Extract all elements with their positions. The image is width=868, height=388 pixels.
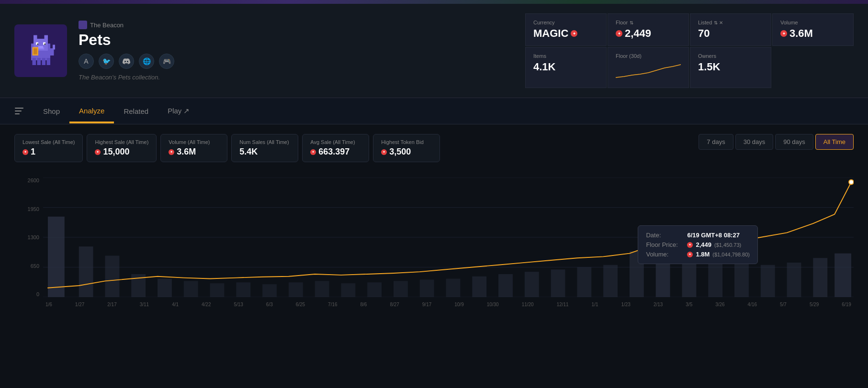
currency-label: Currency bbox=[533, 20, 598, 25]
analytics-stat-token-bid: Highest Token Bid ✦ 3,500 bbox=[373, 134, 440, 162]
owners-label: Owners bbox=[698, 53, 763, 59]
tab-shop[interactable]: Shop bbox=[34, 100, 69, 123]
beacon-icon bbox=[79, 21, 87, 29]
volume-label: Volume bbox=[780, 20, 845, 25]
items-label: Items bbox=[533, 53, 598, 59]
tooltip-volume-usd: ($1,044,798.80) bbox=[712, 252, 750, 257]
svg-rect-14 bbox=[47, 58, 51, 65]
svg-rect-29 bbox=[105, 255, 119, 297]
social-btn-discord[interactable] bbox=[119, 54, 134, 69]
tooltip-date-label: Date: bbox=[646, 232, 684, 239]
svg-rect-4 bbox=[45, 35, 48, 42]
time-btn-7days[interactable]: 7 days bbox=[699, 134, 733, 150]
collection-source: The Beacon bbox=[79, 21, 514, 29]
stat-card-items: Items 4.1K bbox=[525, 47, 607, 88]
social-btn-twitter[interactable]: 🐦 bbox=[99, 54, 114, 69]
tooltip-floor-row: Floor Price: ✦ 2,449 ($1,450.73) bbox=[646, 241, 750, 248]
svg-rect-39 bbox=[367, 282, 382, 297]
pet-avatar-image bbox=[22, 32, 60, 70]
time-btn-30days[interactable]: 30 days bbox=[735, 134, 774, 150]
svg-rect-38 bbox=[341, 283, 355, 297]
time-btn-90days[interactable]: 90 days bbox=[775, 134, 813, 150]
magic-dot-tooltip-vol: ✦ bbox=[687, 252, 693, 257]
svg-rect-34 bbox=[236, 282, 250, 297]
svg-rect-54 bbox=[761, 265, 775, 297]
social-btn-game[interactable]: 🎮 bbox=[159, 54, 174, 69]
magic-dot-floor: ✦ bbox=[616, 30, 622, 37]
volume-all-label: Volume (All Time) bbox=[169, 139, 219, 145]
magic-dot-avg: ✦ bbox=[310, 149, 316, 155]
filter-button[interactable] bbox=[10, 101, 29, 121]
analytics-stat-volume: Volume (All Time) ✦ 3.6M bbox=[160, 134, 227, 162]
listed-label: Listed ⇅ ✕ bbox=[698, 20, 763, 25]
highest-sale-value: ✦ 15,000 bbox=[95, 147, 148, 157]
svg-rect-36 bbox=[289, 282, 303, 297]
items-value: 4.1K bbox=[533, 61, 598, 73]
tooltip-date-row: Date: 6/19 GMT+8 08:27 bbox=[646, 232, 750, 239]
analytics-stat-lowest: Lowest Sale (All Time) ✦ 1 bbox=[14, 134, 83, 162]
chart-x-axis: 1/6 1/27 2/17 3/11 4/1 4/22 5/13 6/3 6/2… bbox=[43, 297, 854, 311]
svg-rect-53 bbox=[734, 263, 749, 297]
avg-sale-value: ✦ 663.397 bbox=[310, 147, 361, 157]
chart-y-axis: 2600 1950 1300 650 0 bbox=[14, 177, 43, 297]
lowest-sale-label: Lowest Sale (All Time) bbox=[23, 139, 75, 145]
source-label: The Beacon bbox=[90, 22, 124, 29]
svg-point-58 bbox=[849, 180, 854, 185]
svg-rect-3 bbox=[34, 35, 37, 42]
token-bid-value: ✦ 3,500 bbox=[381, 147, 432, 157]
chart-tooltip: Date: 6/19 GMT+8 08:27 Floor Price: ✦ 2,… bbox=[638, 225, 758, 264]
num-sales-label: Num Sales (All Time) bbox=[239, 139, 290, 145]
svg-rect-13 bbox=[42, 58, 46, 65]
svg-rect-18 bbox=[34, 48, 37, 55]
volume-value: ✦ 3.6M bbox=[780, 27, 845, 40]
tab-related[interactable]: Related bbox=[114, 100, 158, 123]
svg-rect-45 bbox=[525, 272, 539, 297]
floor-sparkline bbox=[616, 61, 681, 80]
magic-dot-bid: ✦ bbox=[381, 149, 387, 155]
tooltip-floor-value: 2,449 bbox=[696, 241, 711, 248]
tab-analyze[interactable]: Analyze bbox=[69, 99, 114, 123]
avg-sale-label: Avg Sale (All Time) bbox=[310, 139, 361, 145]
stat-card-empty bbox=[772, 47, 854, 88]
tab-play[interactable]: Play ↗ bbox=[158, 99, 199, 123]
social-btn-arweave[interactable]: A bbox=[79, 54, 94, 69]
svg-rect-43 bbox=[472, 277, 486, 297]
svg-rect-42 bbox=[446, 279, 461, 297]
stat-card-floor: Floor ⇅ ✦ 2,449 bbox=[608, 13, 689, 46]
svg-rect-44 bbox=[498, 274, 513, 297]
lowest-sale-value: ✦ 1 bbox=[23, 147, 75, 157]
stat-card-floor30d: Floor (30d) bbox=[608, 47, 689, 88]
svg-rect-8 bbox=[45, 44, 46, 45]
svg-rect-56 bbox=[813, 258, 827, 297]
floor-sort-icon: ⇅ bbox=[630, 20, 633, 25]
svg-rect-11 bbox=[33, 58, 36, 65]
nav-bar: Shop Analyze Related Play ↗ bbox=[0, 98, 868, 124]
floor-value: ✦ 2,449 bbox=[616, 27, 681, 40]
collection-header: The Beacon Pets A 🐦 🌐 🎮 The Beacon's Pet… bbox=[0, 4, 868, 98]
token-bid-label: Highest Token Bid bbox=[381, 139, 432, 145]
svg-rect-12 bbox=[37, 58, 41, 65]
floor-label: Floor ⇅ bbox=[616, 20, 681, 25]
svg-rect-10 bbox=[38, 46, 43, 48]
svg-rect-7 bbox=[37, 44, 39, 45]
svg-rect-35 bbox=[262, 284, 277, 297]
main-content: Lowest Sale (All Time) ✦ 1 Highest Sale … bbox=[0, 124, 868, 321]
svg-rect-41 bbox=[420, 279, 434, 297]
analytics-stats: Lowest Sale (All Time) ✦ 1 Highest Sale … bbox=[14, 134, 440, 162]
svg-rect-32 bbox=[184, 281, 198, 297]
currency-value: MAGIC ✦ bbox=[533, 27, 598, 40]
social-btn-website[interactable]: 🌐 bbox=[139, 54, 154, 69]
floor30d-label: Floor (30d) bbox=[616, 53, 681, 59]
magic-dot-currency: ✦ bbox=[571, 30, 577, 37]
chart-container: 2600 1950 1300 650 0 bbox=[14, 177, 854, 311]
tooltip-floor-usd: ($1,450.73) bbox=[714, 242, 741, 248]
tooltip-volume-row: Volume: ✦ 1.8M ($1,044,798.80) bbox=[646, 251, 750, 258]
svg-rect-28 bbox=[79, 246, 93, 297]
magic-dot-vol: ✦ bbox=[169, 149, 174, 155]
svg-rect-52 bbox=[708, 260, 722, 297]
analytics-stat-avg-sale: Avg Sale (All Time) ✦ 663.397 bbox=[302, 134, 369, 162]
tooltip-volume-label: Volume: bbox=[646, 251, 684, 258]
tooltip-volume-value: 1.8M bbox=[696, 251, 710, 258]
svg-rect-57 bbox=[834, 254, 851, 297]
time-btn-alltime[interactable]: All Time bbox=[815, 134, 854, 150]
